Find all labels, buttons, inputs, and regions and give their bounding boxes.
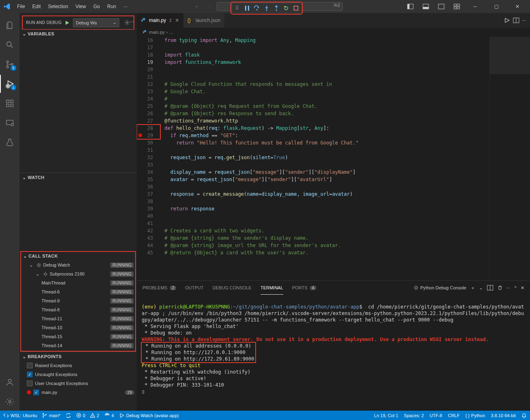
status-eol[interactable]: CRLF: [448, 413, 460, 418]
editor[interactable]: 1617181920212223242526272829303132333435…: [137, 37, 530, 280]
gutter-line[interactable]: 16: [137, 37, 153, 44]
callstack-root[interactable]: ⌄Debug WatchRUNNING: [20, 260, 136, 269]
terminal-content[interactable]: (env) pierrick@LAPTOP-HKU5PNNG:~/git/goo…: [137, 295, 530, 411]
gutter-line[interactable]: 32: [137, 154, 153, 161]
gutter-line[interactable]: 19: [137, 59, 153, 66]
callstack-subprocess[interactable]: ⌄Subprocess 2180RUNNING: [20, 269, 136, 278]
checkbox[interactable]: [33, 389, 39, 395]
maximize-panel-icon[interactable]: ^: [515, 285, 517, 290]
callstack-header[interactable]: ⌄CALL STACK: [20, 252, 136, 260]
run-icon[interactable]: [504, 18, 510, 23]
menu-more-icon[interactable]: ···: [120, 2, 131, 11]
window-close[interactable]: ✕: [508, 0, 527, 13]
checkbox[interactable]: [27, 381, 33, 386]
breakpoint-row[interactable]: main.py29: [20, 388, 137, 397]
activity-scm-icon[interactable]: 5: [0, 55, 20, 73]
gutter-line[interactable]: 26: [137, 110, 153, 117]
menu-run[interactable]: Run: [104, 2, 119, 11]
status-debug[interactable]: Debug Watch (avatar-app): [119, 413, 179, 418]
gutter-line[interactable]: 20: [137, 66, 153, 73]
tab-launch-json[interactable]: {} launch.json: [184, 13, 225, 28]
gutter-line[interactable]: 44: [137, 242, 153, 249]
window-minimize[interactable]: ─: [466, 0, 484, 13]
status-encoding[interactable]: UTF-8: [429, 413, 442, 418]
checkbox[interactable]: [27, 363, 33, 368]
gutter-line[interactable]: 38: [137, 198, 153, 205]
status-bell-icon[interactable]: [521, 413, 527, 418]
gutter-line[interactable]: 30: [137, 139, 153, 147]
checkbox[interactable]: [27, 372, 33, 377]
layout-grid-icon[interactable]: [450, 1, 463, 12]
gutter-line[interactable]: 36: [137, 183, 153, 190]
close-tab-icon[interactable]: ✕: [175, 18, 179, 23]
gutter-line[interactable]: 33: [137, 161, 153, 168]
panel-tab-ports[interactable]: PORTS4: [292, 281, 316, 295]
gutter-line[interactable]: 21: [137, 73, 153, 81]
layout-left-icon[interactable]: [404, 1, 417, 12]
gutter-line[interactable]: 37: [137, 190, 153, 198]
activity-testing-icon[interactable]: [0, 133, 20, 151]
status-cursor[interactable]: Ln 19, Col 1: [374, 413, 398, 418]
callstack-thread[interactable]: Thread-15RUNNING: [20, 332, 136, 341]
status-spaces[interactable]: Spaces: 2: [404, 413, 424, 418]
stop-icon[interactable]: [292, 4, 300, 12]
panel-tab-problems[interactable]: PROBLEMS2: [142, 281, 176, 295]
step-into-icon[interactable]: [263, 4, 270, 12]
drag-handle-icon[interactable]: ⠿: [234, 4, 241, 12]
tab-main-py[interactable]: main.py 2 ✕: [137, 13, 184, 28]
activity-ext-icon[interactable]: [0, 94, 20, 112]
minimap-slider[interactable]: [490, 37, 530, 74]
menu-selection[interactable]: Selection: [45, 2, 71, 11]
gutter-line[interactable]: 23: [137, 88, 153, 95]
gutter-line[interactable]: 35: [137, 176, 153, 183]
breakpoints-header[interactable]: ⌄BREAKPOINTS: [20, 352, 137, 361]
gutter-line[interactable]: 27: [137, 117, 153, 125]
pause-icon[interactable]: [243, 4, 251, 12]
start-debug-icon[interactable]: [64, 20, 70, 26]
gutter-line[interactable]: 18: [137, 51, 153, 59]
gutter-line[interactable]: 22: [137, 81, 153, 88]
activity-search-icon[interactable]: [0, 36, 20, 54]
activity-explorer-icon[interactable]: [0, 16, 20, 34]
status-lang[interactable]: { } Python: [465, 413, 485, 418]
gutter-line[interactable]: 34: [137, 168, 153, 176]
code-area[interactable]: from typing import Any, Mappingimport fl…: [160, 37, 489, 280]
kill-terminal-icon[interactable]: [497, 285, 503, 291]
callstack-thread[interactable]: Thread-9RUNNING: [20, 296, 136, 305]
callstack-thread[interactable]: Thread-14RUNNING: [20, 341, 136, 350]
status-python[interactable]: 3.8.10 64-bit: [491, 413, 516, 418]
watch-header[interactable]: ⌄WATCH: [20, 173, 137, 182]
layout-panel-icon[interactable]: [419, 1, 432, 12]
panel-tab-debugconsole[interactable]: DEBUG CONSOLE: [212, 281, 252, 295]
menu-edit[interactable]: Edit: [29, 2, 44, 11]
close-panel-icon[interactable]: ✕: [521, 285, 524, 291]
gutter-line[interactable]: 43: [137, 234, 153, 242]
more-icon[interactable]: ···: [129, 19, 136, 24]
gutter-line[interactable]: 45: [137, 249, 153, 256]
gutter-line[interactable]: 25: [137, 103, 153, 110]
panel-tab-terminal[interactable]: TERMINAL: [261, 281, 283, 295]
gutter-line[interactable]: 31: [137, 147, 153, 154]
status-remote[interactable]: WSL: Ubuntu: [3, 413, 37, 418]
step-over-icon[interactable]: [253, 4, 261, 12]
panel-tab-output[interactable]: OUTPUT: [185, 281, 204, 295]
status-branch[interactable]: main*: [42, 413, 60, 418]
breakpoint-row[interactable]: Uncaught Exceptions: [20, 370, 137, 379]
restart-icon[interactable]: [283, 4, 290, 12]
activity-debug-icon[interactable]: 1: [0, 75, 20, 93]
nav-back-icon[interactable]: ←: [192, 2, 202, 11]
status-sync[interactable]: [66, 413, 71, 418]
menu-view[interactable]: View: [72, 2, 89, 11]
window-maximize[interactable]: ▢: [487, 0, 506, 13]
minimap[interactable]: [489, 37, 530, 280]
breadcrumb[interactable]: main.py › ...: [137, 28, 530, 37]
debug-config-select[interactable]: Debug Wa⌄: [73, 18, 119, 27]
terminal-dropdown-icon[interactable]: ⌄: [479, 285, 483, 291]
layout-right-icon[interactable]: [435, 1, 448, 12]
more-actions-icon[interactable]: ···: [522, 18, 526, 23]
step-out-icon[interactable]: [273, 4, 280, 12]
menu-file[interactable]: File: [14, 2, 28, 11]
gutter-line[interactable]: 40: [137, 212, 153, 220]
gutter-line[interactable]: 41: [137, 220, 153, 227]
breakpoint-row[interactable]: User Uncaught Exceptions: [20, 379, 137, 388]
